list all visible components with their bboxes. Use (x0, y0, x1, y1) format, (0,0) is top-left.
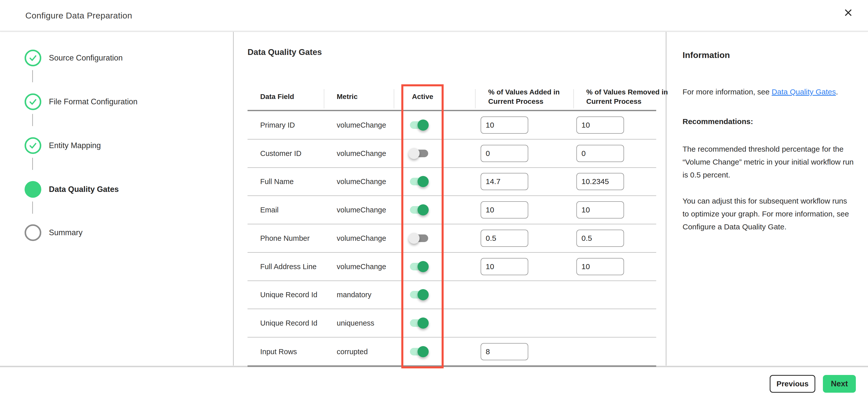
stepper-item-entity-mapping[interactable]: Entity Mapping (0, 137, 228, 154)
data-quality-gates-link[interactable]: Data Quality Gates (772, 88, 836, 96)
table-body: Primary ID volumeChange Customer ID volu… (248, 111, 656, 366)
toggle-knob (408, 233, 420, 244)
stepper-item-label: Entity Mapping (49, 141, 101, 150)
metric-cell: mandatory (337, 291, 371, 299)
data-field-cell: Full Address Line (260, 262, 316, 271)
metric-cell: volumeChange (337, 234, 386, 242)
step-complete-check-icon (25, 137, 41, 154)
stepper-connector (32, 114, 33, 126)
stepper-connector (32, 70, 33, 82)
toggle-knob (417, 204, 429, 215)
next-button[interactable]: Next (823, 375, 856, 393)
recommendations-label: Recommendations: (683, 115, 855, 128)
step-upcoming-circle-icon (25, 224, 41, 241)
percent-removed-input[interactable] (577, 230, 624, 247)
toggle-knob (417, 346, 429, 357)
stepper-item-source-configuration[interactable]: Source Configuration (0, 49, 228, 66)
toggle-knob (408, 148, 420, 159)
stepper-item-summary[interactable]: Summary (0, 224, 228, 241)
percent-removed-input[interactable] (577, 145, 624, 162)
data-field-cell: Email (260, 206, 279, 214)
percent-added-input[interactable] (480, 258, 528, 275)
header-separator (475, 89, 475, 108)
toggle-knob (417, 261, 429, 272)
stepper-connector (32, 158, 33, 170)
intro-prefix: For more information, see (683, 88, 772, 96)
table-row: Customer ID volumeChange (248, 139, 656, 168)
active-toggle[interactable] (408, 119, 429, 131)
stepper-item-label: Source Configuration (49, 54, 123, 63)
metric-cell: volumeChange (337, 177, 386, 186)
data-field-cell: Unique Record Id (260, 319, 317, 327)
stepper-item-label: Data Quality Gates (49, 185, 119, 194)
data-field-cell: Phone Number (260, 234, 310, 242)
active-toggle[interactable] (408, 317, 429, 329)
wizard-stepper-sidebar: Source Configuration File Format Configu… (0, 32, 234, 366)
dialog-footer: Previous Next (0, 367, 868, 398)
page-title: Data Quality Gates (248, 47, 322, 57)
recommendation-paragraph-1: The recommended threshold percentage for… (683, 142, 855, 181)
step-complete-check-icon (25, 49, 41, 66)
header-separator (324, 89, 324, 108)
active-toggle[interactable] (408, 176, 429, 187)
configure-data-preparation-dialog: Configure Data Preparation Source Config… (0, 0, 868, 398)
table-row: Full Address Line volumeChange (248, 253, 656, 281)
close-icon[interactable] (842, 7, 854, 19)
data-field-cell: Primary ID (260, 121, 295, 129)
stepper-connector (32, 202, 33, 214)
toggle-knob (417, 176, 429, 187)
data-field-cell: Full Name (260, 177, 293, 186)
percent-removed-input[interactable] (577, 258, 624, 275)
percent-added-input[interactable] (480, 343, 528, 360)
metric-cell: corrupted (337, 347, 368, 356)
column-header-metric: Metric (337, 93, 358, 101)
intro-suffix: . (836, 88, 838, 96)
active-toggle[interactable] (408, 232, 429, 244)
stepper-item-data-quality-gates[interactable]: Data Quality Gates (0, 181, 228, 198)
metric-cell: volumeChange (337, 121, 386, 129)
step-current-dot-icon (25, 181, 41, 198)
metric-cell: uniqueness (337, 319, 374, 327)
information-panel: Information For more information, see Da… (666, 32, 868, 366)
data-field-cell: Input Rows (260, 347, 297, 356)
information-intro: For more information, see Data Quality G… (683, 85, 855, 98)
table-bottom-border (248, 365, 656, 367)
percent-added-input[interactable] (480, 230, 528, 247)
active-toggle[interactable] (408, 289, 429, 301)
stepper-item-label: Summary (49, 228, 83, 237)
table-row: Unique Record Id uniqueness (248, 309, 656, 337)
percent-added-input[interactable] (480, 145, 528, 162)
dialog-header: Configure Data Preparation (0, 0, 868, 31)
percent-added-input[interactable] (480, 201, 528, 219)
active-toggle[interactable] (408, 261, 429, 272)
percent-added-input[interactable] (480, 173, 528, 190)
column-header-percent-added: % of Values Added in Current Process (488, 87, 567, 106)
data-quality-gates-table: Data Field Metric Active % of Values Add… (248, 84, 656, 366)
percent-removed-input[interactable] (577, 117, 624, 134)
metric-cell: volumeChange (337, 206, 386, 214)
table-row: Primary ID volumeChange (248, 111, 656, 139)
active-toggle[interactable] (408, 204, 429, 216)
percent-removed-input[interactable] (577, 201, 624, 219)
active-toggle[interactable] (408, 346, 429, 358)
percent-removed-input[interactable] (577, 173, 624, 190)
active-toggle[interactable] (408, 147, 429, 159)
table-row: Full Name volumeChange (248, 168, 656, 196)
table-header-row: Data Field Metric Active % of Values Add… (248, 84, 656, 111)
data-field-cell: Customer ID (260, 149, 302, 158)
column-header-percent-removed: % of Values Removed in Current Process (586, 87, 670, 106)
stepper-item-label: File Format Configuration (49, 97, 137, 106)
table-row: Input Rows corrupted (248, 337, 656, 366)
step-complete-check-icon (25, 93, 41, 110)
header-separator (394, 89, 394, 108)
data-field-cell: Unique Record Id (260, 291, 317, 299)
column-header-active: Active (412, 93, 433, 101)
previous-button[interactable]: Previous (770, 375, 815, 393)
stepper-item-file-format-configuration[interactable]: File Format Configuration (0, 93, 228, 110)
toggle-knob (417, 289, 429, 300)
metric-cell: volumeChange (337, 262, 386, 271)
table-row: Phone Number volumeChange (248, 224, 656, 253)
header-separator (574, 89, 574, 108)
table-row: Unique Record Id mandatory (248, 281, 656, 309)
percent-added-input[interactable] (480, 117, 528, 134)
